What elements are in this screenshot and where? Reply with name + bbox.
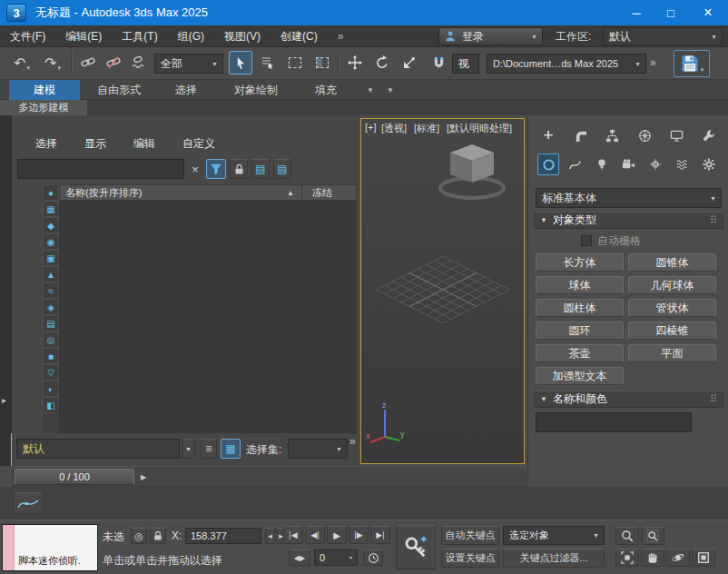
- tab-utilities[interactable]: [698, 124, 720, 146]
- maxscript-mini-listener[interactable]: 脚本迷你侦听.: [2, 524, 98, 571]
- previous-frame-button[interactable]: ◀|: [305, 526, 325, 544]
- explorer-menu-customize[interactable]: 自定义: [182, 134, 215, 153]
- explorer-overflow-chevron[interactable]: »: [349, 435, 356, 448]
- explorer-hierarchy-view-button[interactable]: ▤: [273, 159, 291, 179]
- object-name-input[interactable]: [536, 412, 692, 432]
- orbit-button[interactable]: [666, 549, 690, 567]
- ribbon-tab-freeform[interactable]: 自由形式: [84, 80, 154, 100]
- select-by-name-button[interactable]: [256, 51, 280, 74]
- snap-toggle-button[interactable]: [427, 51, 450, 74]
- category-helpers[interactable]: [644, 153, 666, 175]
- explorer-menu-edit[interactable]: 编辑: [133, 134, 155, 153]
- play-button[interactable]: ▶: [327, 526, 347, 544]
- display-bones-icon[interactable]: ◈: [43, 299, 59, 315]
- project-folder-dropdown[interactable]: D:\Document…ds Max 2025 ▼: [487, 54, 646, 74]
- menu-overflow-chevron[interactable]: »: [328, 25, 354, 47]
- ribbon-panel-polygon-modeling[interactable]: 多边形建模: [0, 100, 87, 115]
- create-geosphere-button[interactable]: 几何球体: [628, 276, 716, 294]
- selection-lock-toggle[interactable]: [150, 528, 166, 544]
- perspective-viewport[interactable]: [+] [透视] [标准] [默认明暗处理] z x y: [360, 118, 525, 464]
- menu-group[interactable]: 组(G): [168, 25, 214, 47]
- zoom-button[interactable]: [615, 527, 639, 545]
- layer-dropdown-button[interactable]: ▼: [182, 439, 195, 459]
- time-slider-track[interactable]: 0 / 100 ▶: [12, 466, 526, 487]
- display-groups-icon[interactable]: ■: [43, 348, 59, 364]
- layer-menu-button[interactable]: ≡: [201, 439, 217, 459]
- layer-explorer-button[interactable]: ▦: [221, 439, 241, 459]
- next-frame-nub-button[interactable]: ▶: [137, 470, 150, 484]
- zoom-extents-button[interactable]: [615, 549, 639, 567]
- key-mode-toggle[interactable]: ◀▶: [289, 549, 310, 566]
- display-geometry-icon[interactable]: ▦: [43, 201, 59, 217]
- ribbon-tab-modeling[interactable]: 建模: [9, 80, 80, 100]
- ribbon-config-button[interactable]: ▼: [381, 80, 399, 100]
- frame-spinner[interactable]: ▾: [345, 556, 357, 560]
- tab-hierarchy[interactable]: [602, 124, 624, 146]
- ribbon-tab-selection[interactable]: 选择: [158, 80, 214, 100]
- selection-filter-dropdown[interactable]: 全部 ▼: [154, 54, 223, 74]
- category-space-warps[interactable]: [672, 153, 694, 175]
- lock-explorer-button[interactable]: [230, 159, 248, 179]
- mini-curve-editor-button[interactable]: [13, 492, 44, 514]
- save-scene-button[interactable]: ▾: [674, 50, 710, 77]
- viewport-menu-label[interactable]: [+]: [365, 122, 377, 133]
- menu-file[interactable]: 文件(F): [0, 25, 55, 47]
- category-lights[interactable]: [591, 153, 613, 175]
- viewport-pov-label[interactable]: [透视]: [381, 122, 407, 135]
- coord-spin-left-button[interactable]: ◂: [265, 528, 275, 544]
- minimize-button[interactable]: ─: [619, 0, 654, 25]
- rollout-object-type[interactable]: ▼ 对象类型 ⠿: [534, 212, 723, 229]
- named-selection-set-dropdown[interactable]: ▼: [288, 439, 348, 459]
- go-to-start-button[interactable]: |◀: [283, 526, 303, 544]
- category-systems[interactable]: [698, 153, 720, 175]
- category-geometry[interactable]: [537, 153, 559, 175]
- ribbon-minimize-button[interactable]: ▼: [361, 80, 379, 100]
- autogrid-checkbox[interactable]: [581, 235, 592, 246]
- current-frame-field[interactable]: 0 ▾: [314, 549, 358, 566]
- time-configuration-button[interactable]: [363, 549, 383, 566]
- create-cone-button[interactable]: 圆锥体: [628, 253, 716, 272]
- key-selection-filter-dropdown[interactable]: 选定对象 ▼: [503, 526, 605, 545]
- workspace-dropdown[interactable]: 默认 ▼: [603, 27, 723, 45]
- menu-create[interactable]: 创建(C): [271, 25, 328, 47]
- search-filter-button[interactable]: [206, 159, 226, 179]
- ribbon-tab-populate[interactable]: 填充: [298, 80, 354, 100]
- key-filters-button[interactable]: 关键点过滤器...: [503, 549, 605, 568]
- create-box-button[interactable]: 长方体: [536, 253, 624, 272]
- create-textplus-button[interactable]: 加强型文本: [536, 367, 624, 385]
- menu-views[interactable]: 视图(V): [214, 25, 271, 47]
- display-cameras-icon[interactable]: ▣: [43, 250, 59, 266]
- active-layer-dropdown[interactable]: 默认: [16, 439, 180, 459]
- column-header-name[interactable]: 名称(按升序排序): [60, 186, 142, 200]
- create-pyramid-button[interactable]: 四棱锥: [628, 322, 716, 340]
- category-cameras[interactable]: [618, 153, 640, 175]
- create-teapot-button[interactable]: 茶壶: [536, 344, 624, 362]
- ribbon-tab-object-paint[interactable]: 对象绘制: [218, 80, 294, 100]
- select-and-link-button[interactable]: [76, 51, 100, 74]
- set-keys-button[interactable]: [396, 525, 436, 569]
- redo-button[interactable]: ↷▾: [38, 51, 67, 74]
- isolate-selection-toggle[interactable]: ◎: [131, 528, 147, 544]
- undo-button[interactable]: ↶▾: [7, 51, 36, 74]
- close-button[interactable]: ×: [688, 0, 728, 25]
- explorer-menu-display[interactable]: 显示: [84, 134, 106, 153]
- bind-to-space-warp-button[interactable]: [127, 51, 151, 74]
- display-lights-icon[interactable]: ◉: [43, 233, 59, 250]
- display-xrefs-icon[interactable]: ▽: [43, 364, 59, 381]
- reference-coordsys-dropdown[interactable]: 视: [452, 54, 479, 74]
- display-materials-icon[interactable]: ◎: [43, 332, 59, 348]
- unlink-selection-button[interactable]: [102, 51, 125, 74]
- rectangular-selection-region-button[interactable]: [283, 51, 307, 74]
- column-header-frozen[interactable]: 冻结: [312, 186, 332, 200]
- maximize-viewport-toggle[interactable]: [692, 549, 715, 567]
- clear-search-button[interactable]: ×: [187, 160, 203, 178]
- tab-motion[interactable]: [634, 124, 655, 146]
- display-all-icon[interactable]: ●: [43, 184, 59, 201]
- menu-tools[interactable]: 工具(T): [112, 25, 167, 47]
- explorer-search-input[interactable]: [17, 159, 184, 179]
- display-others-icon[interactable]: ◧: [43, 397, 59, 413]
- dock-expand-button[interactable]: ▸: [2, 395, 6, 405]
- display-containers-icon[interactable]: ▤: [43, 315, 59, 332]
- create-plane-button[interactable]: 平面: [628, 344, 716, 362]
- display-space-warps-icon[interactable]: ≈: [43, 282, 59, 299]
